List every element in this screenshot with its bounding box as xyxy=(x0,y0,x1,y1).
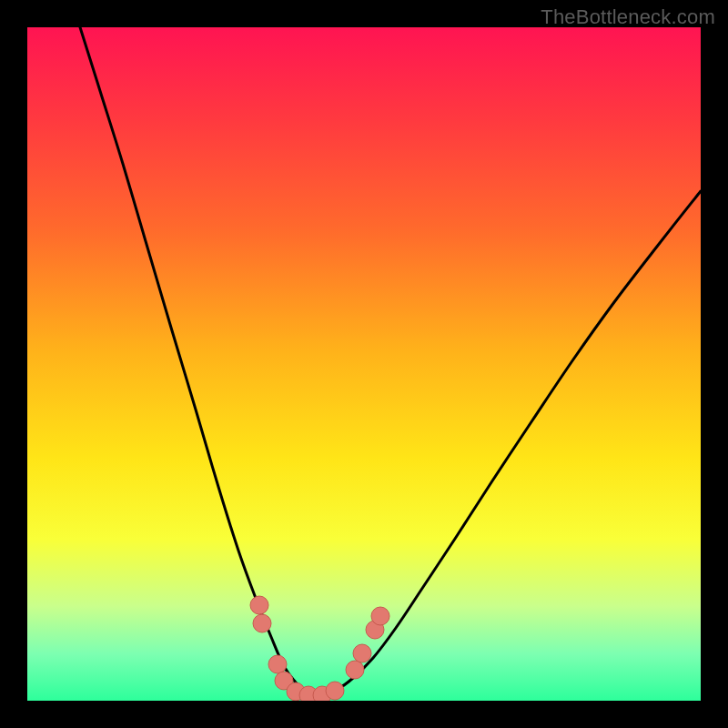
data-marker xyxy=(353,644,371,662)
chart-svg xyxy=(27,27,701,701)
data-marker xyxy=(268,655,287,673)
plot-area xyxy=(27,27,701,701)
data-marker xyxy=(371,607,389,625)
chart-frame: TheBottleneck.com xyxy=(0,0,728,728)
data-marker xyxy=(346,661,364,679)
data-marker xyxy=(250,596,268,614)
data-marker xyxy=(253,614,271,632)
data-marker xyxy=(326,682,344,700)
gradient-background xyxy=(27,27,701,701)
watermark-text: TheBottleneck.com xyxy=(541,5,715,29)
